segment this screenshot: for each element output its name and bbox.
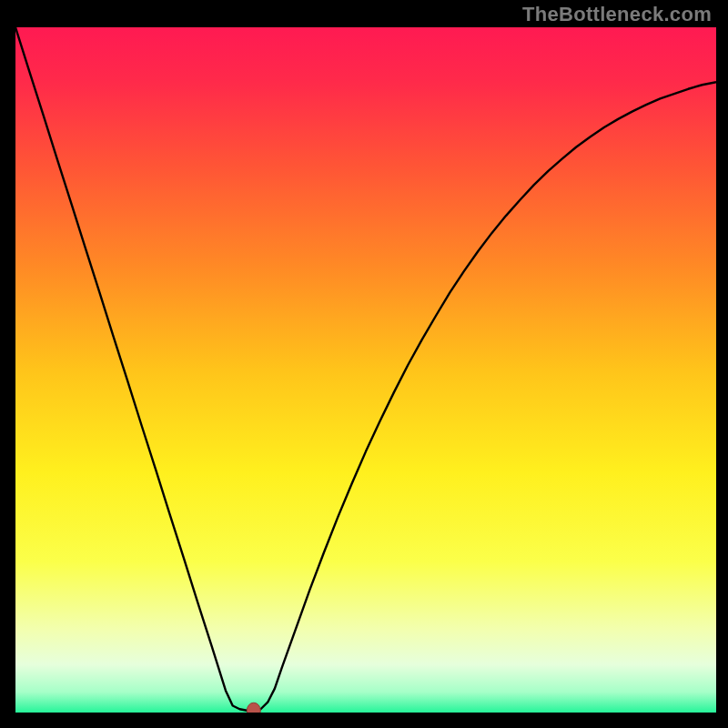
gradient-background [15, 27, 716, 713]
bottleneck-chart [15, 27, 716, 713]
plot-area [15, 27, 716, 713]
chart-frame: TheBottleneck.com [0, 0, 728, 728]
watermark-text: TheBottleneck.com [522, 3, 712, 26]
